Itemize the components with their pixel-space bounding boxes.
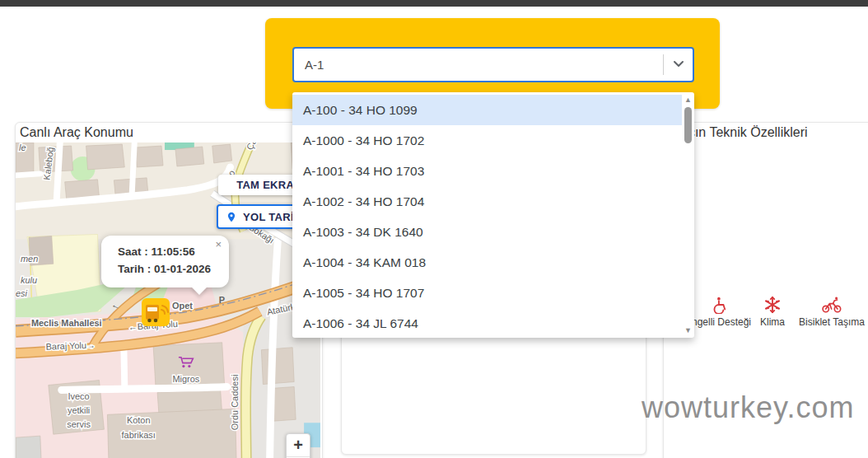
feature-label: Bisiklet Taşıma (799, 316, 865, 328)
dropdown-option[interactable]: A-1000 - 34 HO 1702 (292, 125, 682, 156)
vehicle-combobox-value[interactable]: A-1 (305, 49, 324, 81)
wheelchair-icon (709, 296, 727, 314)
bus-icon (142, 298, 170, 326)
zoom-in-button[interactable]: + (287, 434, 310, 457)
poi-label-migros: Migros (172, 374, 199, 384)
feature-label: Engelli Desteği (685, 316, 751, 328)
poi-label: fabrikası (122, 430, 156, 440)
map[interactable]: le Kaleboğ Ça Bo Evrim Sokağı men kulu e… (16, 143, 320, 458)
dropdown-option[interactable]: A-1006 - 34 JL 6744 (292, 308, 682, 339)
street-label: Baraj Yolu→ (45, 340, 96, 352)
vehicle-info-popup: Saat : 11:05:56 Tarih : 01-01-2026 × (101, 236, 229, 287)
watermark: wowturkey.com (642, 390, 854, 425)
dropdown-scrollbar[interactable]: ▲ ▼ (683, 94, 693, 334)
vehicle-combobox[interactable]: A-1 (292, 47, 694, 82)
area-label: esi (16, 288, 28, 298)
feature-climate: Klima (760, 296, 785, 328)
close-icon[interactable]: × (215, 238, 222, 250)
poi-label: Koton (127, 415, 151, 425)
feature-wheelchair: Engelli Desteği (685, 296, 751, 328)
poi-label: yetkili (68, 405, 90, 415)
map-pin-icon (226, 211, 237, 223)
combobox-divider (663, 54, 664, 75)
top-bar (0, 0, 868, 7)
specs-card-title: Aracın Teknik Özellikleri (664, 123, 868, 140)
map-card-title: Canlı Araç Konumu (16, 123, 322, 140)
scrollbar-thumb[interactable] (684, 107, 692, 143)
poi-label: kulu (21, 275, 37, 285)
dropdown-option[interactable]: A-1001 - 34 HO 1703 (292, 156, 682, 186)
dropdown-option[interactable]: A-1004 - 34 KAM 018 (292, 247, 682, 278)
page: Canlı Araç Konumu (0, 0, 868, 458)
bicycle-icon (821, 296, 842, 314)
scroll-down-icon[interactable]: ▼ (683, 326, 693, 334)
dropdown-option[interactable]: A-100 - 34 HO 1099 (292, 95, 682, 125)
popup-date: Tarih : 01-01-2026 (101, 260, 229, 278)
chevron-down-icon[interactable] (673, 60, 684, 68)
parking-icon: P (219, 295, 225, 305)
snowflake-icon (763, 296, 782, 314)
dropdown-option[interactable]: A-1003 - 34 DK 1640 (292, 217, 682, 247)
district-label: Meclis Mahallesi (31, 318, 102, 328)
dropdown-option[interactable]: A-1002 - 34 HO 1704 (292, 186, 682, 217)
feature-row: Engelli Desteği Klima (664, 296, 868, 345)
poi-label-opet: Opet (172, 301, 193, 311)
vehicle-dropdown-list: A-100 - 34 HO 1099 A-1000 - 34 HO 1702 A… (292, 92, 694, 338)
feature-bicycle: Bisiklet Taşıma (799, 296, 865, 328)
street-label: Ordu Caddesi (230, 375, 240, 430)
poi-label: men (21, 254, 38, 264)
bus-marker[interactable] (142, 298, 170, 326)
feature-label: Klima (760, 316, 785, 328)
live-vehicle-location-card: Canlı Araç Konumu (15, 122, 323, 458)
poi-label: Iveco (68, 391, 90, 401)
poi-label: servis (67, 419, 91, 429)
scroll-up-icon[interactable]: ▲ (683, 96, 693, 104)
street-label: le (19, 143, 26, 152)
popup-time: Saat : 11:05:56 (101, 236, 229, 260)
map-zoom-control: + − (286, 433, 310, 458)
dropdown-option[interactable]: A-1005 - 34 HO 1707 (292, 278, 682, 308)
